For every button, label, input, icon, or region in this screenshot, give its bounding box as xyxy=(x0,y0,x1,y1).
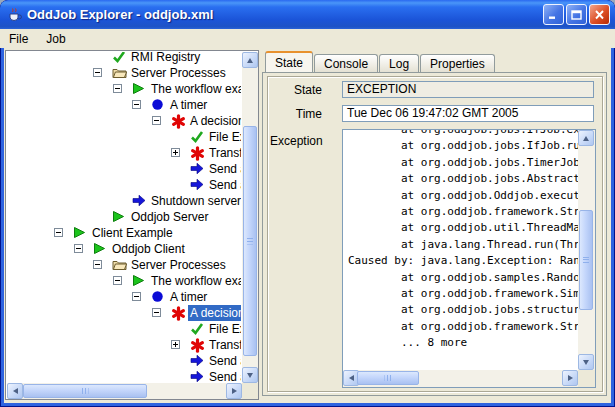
tree-node-label[interactable]: Server Processes xyxy=(129,65,228,81)
tree-node-label[interactable]: The workflow exam xyxy=(149,273,241,289)
tree-node-label[interactable]: Send a xyxy=(207,369,241,382)
tree-row[interactable]: Send a xyxy=(7,369,241,382)
exception-scroll-right-button[interactable] xyxy=(562,370,578,386)
tree-node-label[interactable]: Shutdown server xyxy=(149,193,241,209)
exception-vertical-scrollbar[interactable] xyxy=(578,130,595,370)
play-triangle-icon xyxy=(112,210,127,224)
tab-state[interactable]: State xyxy=(265,51,313,72)
exception-horizontal-scrollbar[interactable] xyxy=(343,370,578,387)
tree-node-label[interactable]: A timer xyxy=(168,289,209,305)
tree-node-label[interactable]: The workflow exam xyxy=(149,81,241,97)
tree-node-label[interactable]: File Exi xyxy=(207,129,241,145)
tree-expander-minus[interactable] xyxy=(152,308,161,317)
tree-row[interactable]: Send a xyxy=(7,161,241,177)
tree-scroll-up-button[interactable] xyxy=(242,52,258,68)
tree-scroll-left-button[interactable] xyxy=(7,383,23,399)
tree-row[interactable]: A decision xyxy=(7,113,241,129)
tree-row[interactable]: The workflow exam xyxy=(7,81,241,97)
exception-scroll-down-button[interactable] xyxy=(578,354,594,370)
tree-row[interactable]: Transfe xyxy=(7,337,241,353)
tree-expander-minus[interactable] xyxy=(93,260,102,269)
blue-circle-icon xyxy=(151,98,166,112)
tree-row[interactable]: Oddjob Server xyxy=(7,209,241,225)
menu-item-job[interactable]: Job xyxy=(37,31,74,47)
tree-expander-minus[interactable] xyxy=(54,228,63,237)
tree-row[interactable]: Send a xyxy=(7,177,241,193)
tree-vertical-scrollbar[interactable] xyxy=(242,52,258,383)
detail-tabs: StateConsoleLogProperties xyxy=(262,52,496,72)
content-area: RMI RegistryServer ProcessesThe workflow… xyxy=(4,48,611,403)
tree-node-label[interactable]: A decision xyxy=(188,305,241,321)
tree-expander-minus[interactable] xyxy=(132,292,141,301)
tree-node-label[interactable]: Client Example xyxy=(90,225,175,241)
tree-expander-minus[interactable] xyxy=(113,84,122,93)
blue-arrow-icon xyxy=(132,194,147,208)
blue-circle-icon xyxy=(151,290,166,304)
time-label: Time xyxy=(270,107,322,121)
tree-row[interactable]: A timer xyxy=(7,289,241,305)
app-window: OddJob Explorer - oddjob.xml File Job RM… xyxy=(0,0,615,407)
tree-node-label[interactable]: Send a xyxy=(207,161,241,177)
tree-row[interactable]: Oddjob Client xyxy=(7,241,241,257)
tree-horizontal-scrollbar[interactable] xyxy=(7,383,242,399)
tab-console[interactable]: Console xyxy=(314,54,378,72)
tree-row[interactable]: RMI Registry xyxy=(7,52,241,65)
tree-expander-minus[interactable] xyxy=(93,68,102,77)
state-field[interactable]: EXCEPTION xyxy=(342,81,594,98)
minimize-button[interactable] xyxy=(543,4,564,25)
exception-text-viewport[interactable]: at org.oddjob.jobs.IfJob.ex at org.oddjo… xyxy=(343,130,578,370)
time-field[interactable]: Tue Dec 06 19:47:02 GMT 2005 xyxy=(342,105,594,122)
tree-row[interactable]: Client Example xyxy=(7,225,241,241)
tree-row[interactable]: The workflow exam xyxy=(7,273,241,289)
window-title: OddJob Explorer - oddjob.xml xyxy=(27,7,543,22)
tree-expander-plus[interactable] xyxy=(171,340,180,349)
menu-item-file[interactable]: File xyxy=(0,31,37,47)
exception-textarea[interactable]: at org.oddjob.jobs.IfJob.ex at org.oddjo… xyxy=(342,129,596,388)
tree-node-label[interactable]: Send a xyxy=(207,177,241,193)
close-button[interactable] xyxy=(589,4,610,25)
tree-horizontal-scroll-thumb[interactable] xyxy=(23,384,147,398)
tree-node-label[interactable]: A timer xyxy=(168,97,209,113)
exception-scroll-up-button[interactable] xyxy=(578,130,594,146)
tree-node-label[interactable]: Oddjob Client xyxy=(110,241,187,257)
titlebar[interactable]: OddJob Explorer - oddjob.xml xyxy=(0,0,615,29)
tree-row[interactable]: Send a xyxy=(7,353,241,369)
tree-expander-plus[interactable] xyxy=(171,148,180,157)
tab-properties[interactable]: Properties xyxy=(420,54,495,72)
tree-expander-minus[interactable] xyxy=(113,276,122,285)
tree-node-label[interactable]: A decision xyxy=(188,113,241,129)
play-triangle-icon xyxy=(73,226,88,240)
tab-log[interactable]: Log xyxy=(379,54,419,72)
tree-node-label[interactable]: Oddjob Server xyxy=(129,209,210,225)
tree-node-label[interactable]: Server Processes xyxy=(129,257,228,273)
tree-row[interactable]: Transfe xyxy=(7,145,241,161)
exception-vertical-scroll-thumb[interactable] xyxy=(579,210,593,310)
tree-expander-minus[interactable] xyxy=(74,244,83,253)
blue-arrow-icon xyxy=(190,370,205,382)
tree-row[interactable]: File Exi xyxy=(7,129,241,145)
tree-row[interactable]: A timer xyxy=(7,97,241,113)
tree-node-label[interactable]: Send a xyxy=(207,353,241,369)
tree-row[interactable]: File Exi xyxy=(7,321,241,337)
tree-row[interactable]: Server Processes xyxy=(7,65,241,81)
java-cup-icon xyxy=(7,7,23,23)
tree-node-label[interactable]: Transfe xyxy=(207,337,241,353)
blue-arrow-icon xyxy=(190,178,205,192)
tree-row[interactable]: Server Processes xyxy=(7,257,241,273)
tree-expander-minus[interactable] xyxy=(132,100,141,109)
tree-node-label[interactable]: RMI Registry xyxy=(129,52,202,65)
tree-vertical-scroll-thumb[interactable] xyxy=(243,126,257,356)
tree-node-label[interactable]: File Exi xyxy=(207,321,241,337)
state-tab-content: State EXCEPTION Time Tue Dec 06 19:47:02… xyxy=(262,72,607,396)
exception-horizontal-scroll-thumb[interactable] xyxy=(357,371,419,385)
maximize-button[interactable] xyxy=(566,4,587,25)
tree-node-label[interactable]: Transfe xyxy=(207,145,241,161)
tree-row[interactable]: Shutdown server xyxy=(7,193,241,209)
tree-scroll-down-button[interactable] xyxy=(242,367,258,383)
exception-stacktrace-text: at org.oddjob.jobs.IfJob.ex at org.oddjo… xyxy=(343,130,578,352)
job-tree[interactable]: RMI RegistryServer ProcessesThe workflow… xyxy=(7,52,241,382)
tree-expander-minus[interactable] xyxy=(152,116,161,125)
tree-row[interactable]: A decision xyxy=(7,305,241,321)
tree-scroll-right-button[interactable] xyxy=(226,383,242,399)
blue-arrow-icon xyxy=(190,162,205,176)
